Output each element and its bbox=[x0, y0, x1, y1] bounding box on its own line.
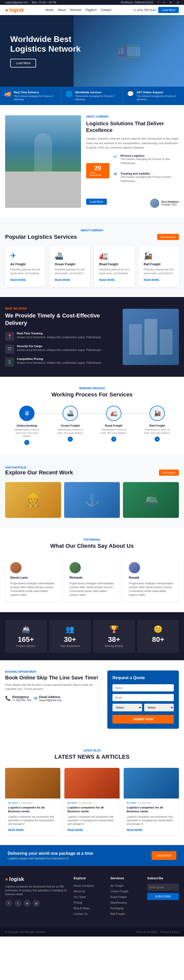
social-yt[interactable]: yt bbox=[177, 1, 179, 4]
about-feature-reverse: ↩ Reverse Logistics This involves managi… bbox=[113, 154, 179, 169]
news-read-more-2[interactable]: READ MORE bbox=[67, 829, 83, 832]
subscribe-email-input[interactable] bbox=[147, 884, 179, 891]
top-bar: support@gmail.com Mon - Fri 8m - 22 PM E… bbox=[0, 0, 184, 5]
news-read-more-1[interactable]: READ MORE bbox=[8, 829, 24, 832]
all-projects-button[interactable]: All Project bbox=[159, 469, 179, 476]
footer-link-road[interactable]: Road Freight bbox=[110, 896, 127, 899]
about-cta-button[interactable]: Load More bbox=[86, 199, 107, 205]
social-in[interactable]: in bbox=[170, 1, 172, 4]
emergency-info: Emergency +1 (56) 555 -123 bbox=[12, 695, 31, 702]
social-facebook[interactable]: f bbox=[5, 900, 12, 907]
topbar-location: Eindhoven, California 92123 bbox=[121, 1, 153, 4]
testimonial-text-1: Progressively strategize intermandated p… bbox=[10, 582, 55, 597]
rail-freight-read-more[interactable]: READ MORE bbox=[144, 278, 159, 282]
about-title: Logistics Solutions That Deliver Excelle… bbox=[86, 120, 179, 134]
footer-bottom-links: Terms & Condition Privacy & Policy bbox=[136, 931, 179, 934]
social-tw[interactable]: t bbox=[164, 1, 165, 4]
quote-name-input[interactable] bbox=[113, 684, 174, 691]
testimonial-avatar-2 bbox=[70, 562, 81, 573]
portfolio-label: Our Portfolio bbox=[5, 466, 26, 469]
nav-pages[interactable]: Pages ▾ bbox=[86, 8, 97, 12]
stat-icon-2: 👥 bbox=[65, 625, 75, 633]
cta-banner-button[interactable]: Load More bbox=[152, 851, 176, 860]
booking-email: ✉ Email Address support@gmail.com bbox=[34, 695, 62, 702]
news-author-1: By Admin bbox=[8, 802, 18, 804]
news-read-more-3[interactable]: READ MORE bbox=[127, 829, 142, 832]
footer-link-packaging[interactable]: Packaging bbox=[110, 907, 124, 910]
stat-num-1: 165+ bbox=[18, 635, 34, 644]
footer-privacy[interactable]: Privacy & Policy bbox=[160, 931, 179, 934]
nav-about[interactable]: About bbox=[58, 8, 66, 12]
footer-link-ocean[interactable]: Ocean Freight bbox=[110, 890, 128, 893]
footer-link-blog[interactable]: Blog & News bbox=[74, 907, 90, 910]
footer-link-pricing[interactable]: Pricing bbox=[74, 901, 82, 904]
air-freight-icon: ✈ bbox=[10, 251, 40, 260]
ocean-freight-read-more[interactable]: READ MORE bbox=[55, 278, 70, 282]
quote-email-input[interactable] bbox=[113, 694, 174, 701]
footer-link-air[interactable]: Air Freight bbox=[110, 884, 124, 887]
testimonial-card-3: Ronald Progressively strategize interman… bbox=[124, 557, 179, 602]
hero-cta-button[interactable]: Load More bbox=[10, 59, 36, 67]
stats-grid: 🚢 165+ Projects Delivery 👥 30+ Years Exp… bbox=[5, 620, 179, 652]
footer-link-about[interactable]: About Us bbox=[74, 890, 85, 893]
footer-link-team[interactable]: Our Team bbox=[74, 896, 86, 899]
tracking-text: Tracking and visibility This involves ma… bbox=[121, 172, 179, 187]
footer-terms[interactable]: Terms & Condition bbox=[136, 931, 157, 934]
booking-step-icon: 🖥 bbox=[19, 406, 35, 421]
news-desc-1: Logistics companies are businesses that … bbox=[8, 815, 57, 826]
feature-worldwide-text: Worldwide services This involves managin… bbox=[75, 91, 118, 101]
delivery-content: What We Offer We Provide Timely & Cost-E… bbox=[5, 307, 117, 366]
delivery-img-placeholder bbox=[123, 309, 179, 365]
all-services-button[interactable]: All Services bbox=[157, 234, 179, 240]
quote-select-2[interactable]: Select Air Freight Ocean Freight Road Fr… bbox=[144, 704, 174, 711]
quote-submit-button[interactable]: SUBMIT NOW bbox=[113, 715, 174, 724]
social-instagram[interactable]: in bbox=[24, 900, 31, 907]
road-freight-read-more[interactable]: READ MORE bbox=[99, 278, 115, 282]
quote-form-title: Request a Quote bbox=[113, 676, 174, 680]
footer-link-contact[interactable]: Contact Us bbox=[74, 912, 87, 915]
founder-avatar bbox=[150, 199, 159, 208]
stat-icon-4: 😊 bbox=[154, 625, 163, 633]
footer-link-warehouse[interactable]: Warehousing bbox=[110, 901, 127, 904]
news-title-1: Logistics companies for all Business nee… bbox=[8, 806, 57, 814]
nav-contact[interactable]: Contact bbox=[101, 8, 111, 12]
news-desc-2: Logistics companies are businesses that … bbox=[67, 815, 117, 826]
hero-section: 🚛 Worldwide Best Logistics Network Load … bbox=[0, 15, 184, 87]
about-label: About Company bbox=[86, 115, 179, 118]
hero-content: Worldwide Best Logistics Network Load Mo… bbox=[10, 34, 102, 68]
process-step-booking: 🖥 Online booking Pellentesque in lorem s… bbox=[5, 406, 49, 445]
rail-freight-title: Rail Freight bbox=[144, 262, 174, 266]
nav-home[interactable]: Home bbox=[45, 8, 53, 12]
social-fb[interactable]: f bbox=[158, 1, 159, 4]
step-num-3: 3 bbox=[111, 437, 116, 442]
footer-link-home[interactable]: Home Company bbox=[74, 884, 94, 887]
subscribe-button[interactable]: SUBSCRIBE bbox=[147, 893, 179, 900]
footer-link-rail[interactable]: Rail Freight bbox=[110, 912, 125, 915]
process-title: Working Process For Services bbox=[5, 391, 179, 398]
news-content-1: By Admin 21 July 2023 Logistics companie… bbox=[5, 799, 60, 835]
news-meta-1: By Admin 21 July 2023 bbox=[8, 802, 57, 804]
stat-num-2: 30+ bbox=[64, 635, 76, 644]
news-card-1: By Admin 21 July 2023 Logistics companie… bbox=[5, 768, 60, 835]
air-freight-read-more[interactable]: READ MORE bbox=[10, 278, 26, 282]
booking-label: Booking Appointment bbox=[5, 670, 102, 673]
about-desc: Logistics Solutions help the various asp… bbox=[86, 137, 179, 150]
ocean-freight-title: Ocean Freight bbox=[55, 262, 85, 266]
social-links: f t in yt bbox=[5, 900, 68, 907]
email-icon: ✉ bbox=[34, 695, 38, 701]
news-img-2 bbox=[64, 768, 120, 799]
nav-services[interactable]: Services bbox=[70, 8, 81, 12]
process-step-ocean: 🚢 Ocean Freight Pellentesque in lorem si… bbox=[49, 406, 92, 442]
stats-section: 🚢 165+ Projects Delivery 👥 30+ Years Exp… bbox=[0, 612, 184, 660]
feature-item-delivery: 🚚 Real Time Delivery This involves manag… bbox=[0, 87, 61, 105]
news-desc-3: Logistics companies are businesses that … bbox=[127, 815, 176, 826]
nav-cta-button[interactable]: Load More bbox=[158, 7, 179, 13]
quote-select-1[interactable]: Select Air Freight Ocean Freight Road Fr… bbox=[113, 704, 142, 711]
nav-right: +1 (201) 555 0124 Load More bbox=[133, 7, 179, 13]
services-section: About Company Popular Logistics Services… bbox=[0, 218, 184, 297]
social-youtube[interactable]: yt bbox=[33, 900, 40, 907]
nav-phone: +1 (201) 555 0124 bbox=[133, 8, 155, 11]
news-author-3: By Admin bbox=[127, 802, 136, 804]
rail-freight-icon: 🚂 bbox=[144, 251, 174, 260]
social-twitter[interactable]: t bbox=[14, 900, 21, 907]
